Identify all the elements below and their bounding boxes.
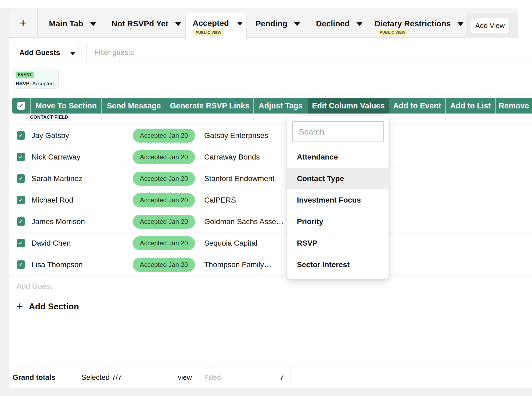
tab-label: Declined xyxy=(316,19,350,28)
guest-name[interactable]: Lisa Thompson xyxy=(31,260,83,269)
menu-item-contact-type[interactable]: Contact Type xyxy=(287,168,389,189)
add-to-event-button[interactable]: Add to Event xyxy=(389,98,445,114)
row-checkbox-checked[interactable] xyxy=(17,174,25,183)
chevron-down-icon xyxy=(357,22,362,26)
tab-label: Not RSVPd Yet xyxy=(112,19,168,28)
guest-name[interactable]: James Morrison xyxy=(31,217,85,226)
row-checkbox-checked[interactable] xyxy=(17,131,25,140)
column-divider xyxy=(126,366,126,388)
column-divider xyxy=(198,125,198,275)
section-divider xyxy=(9,94,532,94)
column-divider xyxy=(198,366,198,388)
tab-main-tab[interactable]: Main Tab xyxy=(49,18,96,29)
tab-accepted-active[interactable]: Accepted PUBLIC VIEW xyxy=(185,13,247,39)
row-checkbox-checked[interactable] xyxy=(17,196,25,204)
select-all-cell[interactable] xyxy=(12,98,30,114)
button-divider xyxy=(67,43,67,62)
rsvp-filter-chip[interactable]: EVENT RSVP: Accepted xyxy=(13,69,59,89)
filter-guests-input[interactable]: Filter guests xyxy=(87,43,532,62)
tab-label: Accepted xyxy=(193,19,229,28)
chevron-down-icon xyxy=(294,22,300,26)
rsvp-status-pill[interactable]: Accepted Jan 20 xyxy=(133,258,195,272)
tab-label: Main Tab xyxy=(49,19,83,28)
guest-name[interactable]: Jay Gatsby xyxy=(31,131,69,140)
dropdown-search-input[interactable]: Search xyxy=(292,121,384,142)
table-row: David Chen Accepted Jan 20 Sequoia Capit… xyxy=(9,232,532,254)
add-guests-label: Add Guests xyxy=(19,49,60,57)
guest-company[interactable]: Sequoia Capital xyxy=(204,239,257,247)
row-checkbox-checked[interactable] xyxy=(17,239,25,247)
menu-item-priority[interactable]: Priority xyxy=(287,211,389,232)
column-select-dropdown: Search Attendance Contact Type Investmen… xyxy=(287,116,389,279)
rsvp-status-pill[interactable]: Accepted Jan 20 xyxy=(133,215,195,229)
filled-value: 7 xyxy=(251,373,284,382)
guest-company[interactable]: Stanford Endowment xyxy=(204,174,275,183)
tab-declined[interactable]: Declined xyxy=(316,18,362,29)
move-to-section-button[interactable]: Move To Section xyxy=(30,98,101,114)
add-section-button[interactable]: + Add Section xyxy=(17,302,79,312)
chevron-down-icon xyxy=(90,22,96,26)
tab-not-rsvpd-yet[interactable]: Not RSVPd Yet xyxy=(112,18,181,29)
row-checkbox-checked[interactable] xyxy=(17,153,25,161)
tab-pending[interactable]: Pending xyxy=(256,18,300,29)
contact-field-column-header: CONTACT FIELD xyxy=(27,114,71,121)
rsvp-status-pill[interactable]: Accepted Jan 20 xyxy=(133,193,195,207)
add-view-panel: Add View xyxy=(466,13,518,38)
chevron-down-icon[interactable] xyxy=(70,52,75,55)
menu-item-investment-focus[interactable]: Investment Focus xyxy=(287,189,389,211)
column-divider xyxy=(290,366,290,388)
grand-totals-label: Grand totals xyxy=(13,373,55,382)
guest-company[interactable]: Thompson Family… xyxy=(204,260,272,269)
add-guest-placeholder: Add Guest xyxy=(17,282,52,291)
add-section-label: Add Section xyxy=(29,302,79,312)
guest-name[interactable]: Michael Rod xyxy=(31,196,73,204)
guest-name[interactable]: David Chen xyxy=(31,239,71,247)
edit-column-values-button[interactable]: Edit Column Values xyxy=(308,98,389,114)
rsvp-status-pill[interactable]: Accepted Jan 20 xyxy=(133,150,195,164)
select-all-checkbox[interactable] xyxy=(17,102,25,110)
adjust-tags-button[interactable]: Adjust Tags xyxy=(253,98,308,114)
guest-name[interactable]: Sarah Martinez xyxy=(31,174,82,183)
add-to-list-button[interactable]: Add to List xyxy=(445,98,495,114)
menu-item-rsvp[interactable]: RSVP xyxy=(287,232,389,254)
dropdown-item-list: Attendance Contact Type Investment Focus… xyxy=(287,146,389,275)
guest-company[interactable]: Carraway Bonds xyxy=(204,153,260,161)
menu-item-sector-interest[interactable]: Sector Interest xyxy=(287,254,389,275)
public-view-badge: PUBLIC VIEW xyxy=(377,29,408,36)
row-checkbox-checked[interactable] xyxy=(17,217,25,226)
tab-dietary-restrictions[interactable]: Dietary Restrictions xyxy=(375,18,463,29)
add-view-button[interactable]: Add View xyxy=(470,18,510,33)
menu-item-attendance[interactable]: Attendance xyxy=(287,146,389,168)
chevron-down-icon xyxy=(175,22,181,26)
tab-label: Pending xyxy=(256,19,287,28)
row-checkbox-checked[interactable] xyxy=(17,260,25,269)
tab-label: Dietary Restrictions xyxy=(375,19,451,28)
table-row: James Morrison Accepted Jan 20 Goldman S… xyxy=(9,211,532,232)
guest-company[interactable]: Goldman Sachs Asse… xyxy=(204,217,284,226)
filled-label: Filled xyxy=(204,373,221,382)
grand-totals-row: Grand totals Selected 7/7 view Filled 7 xyxy=(9,366,532,388)
selected-count: Selected 7/7 xyxy=(63,373,122,382)
guest-company[interactable]: CalPERS xyxy=(204,196,236,204)
table-row: Sarah Martinez Accepted Jan 20 Stanford … xyxy=(9,168,532,189)
guest-name[interactable]: Nick Carraway xyxy=(31,153,80,161)
public-view-badge: PUBLIC VIEW xyxy=(193,29,224,36)
add-guests-button[interactable]: Add Guests xyxy=(13,43,81,62)
send-message-button[interactable]: Send Message xyxy=(101,98,166,114)
view-link[interactable]: view xyxy=(143,373,192,382)
add-guest-row[interactable]: Add Guest xyxy=(9,275,532,297)
rsvp-status-pill[interactable]: Accepted Jan 20 xyxy=(133,172,195,186)
column-divider xyxy=(126,125,126,297)
bulk-actions-toolbar: Move To Section Send Message Generate RS… xyxy=(12,98,532,114)
generate-rsvp-links-button[interactable]: Generate RSVP Links xyxy=(166,98,253,114)
table-row: Jay Gatsby Accepted Jan 20 Gatsby Enterp… xyxy=(9,125,532,146)
plus-icon: + xyxy=(17,301,23,312)
guest-company[interactable]: Gatsby Enterprises xyxy=(204,131,268,140)
table-row: Nick Carraway Accepted Jan 20 Carraway B… xyxy=(9,146,532,168)
rsvp-status-pill[interactable]: Accepted Jan 20 xyxy=(133,129,195,143)
filter-placeholder: Filter guests xyxy=(94,48,134,57)
search-placeholder: Search xyxy=(299,127,324,136)
rsvp-status-pill[interactable]: Accepted Jan 20 xyxy=(133,236,195,250)
remove-button[interactable]: Remove xyxy=(495,98,532,114)
add-tab-button[interactable] xyxy=(9,8,38,38)
